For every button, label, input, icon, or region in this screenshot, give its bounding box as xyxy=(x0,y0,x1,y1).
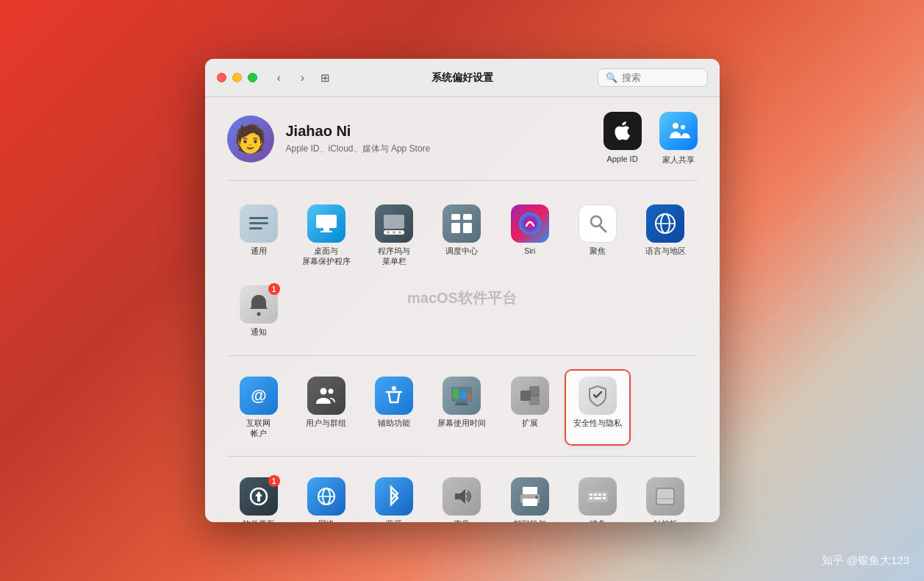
keyboard-icon xyxy=(579,477,617,516)
svg-rect-41 xyxy=(523,487,537,494)
family-sharing-button[interactable]: 家人共享 xyxy=(659,112,698,165)
svg-text:@: @ xyxy=(251,386,266,404)
svg-rect-8 xyxy=(384,215,404,229)
svg-rect-5 xyxy=(316,215,337,228)
language-label: 语言与地区 xyxy=(645,246,686,257)
screentime-icon xyxy=(443,377,481,415)
forward-button[interactable]: › xyxy=(293,68,313,88)
svg-rect-32 xyxy=(460,391,466,399)
trackpad-label: 触控板 xyxy=(653,519,678,522)
spotlight-label: 聚焦 xyxy=(590,246,606,257)
extensions-label: 扩展 xyxy=(522,418,538,429)
user-name: Jiahao Ni xyxy=(286,123,431,140)
pref-internet[interactable]: @ 互联网帐户 xyxy=(227,371,290,444)
general-icon xyxy=(240,204,278,243)
keyboard-label: 键盘 xyxy=(590,519,606,522)
pref-extensions[interactable]: 扩展 xyxy=(498,371,562,444)
bluetooth-label: 蓝牙 xyxy=(386,519,402,522)
pref-trackpad[interactable]: 触控板 xyxy=(634,471,697,522)
pref-accessibility[interactable]: 辅助功能 xyxy=(362,371,426,444)
svg-rect-46 xyxy=(590,493,592,496)
svg-rect-48 xyxy=(598,493,601,496)
svg-rect-31 xyxy=(453,388,459,399)
svg-rect-29 xyxy=(456,402,467,404)
language-icon xyxy=(646,204,684,243)
minimize-button[interactable] xyxy=(232,73,242,82)
svg-rect-52 xyxy=(603,497,606,499)
svg-point-17 xyxy=(519,213,541,235)
svg-point-27 xyxy=(392,386,396,391)
notification-label: 通知 xyxy=(251,327,267,338)
svg-point-23 xyxy=(257,313,260,316)
dock-icon xyxy=(375,204,413,243)
search-icon: 🔍 xyxy=(606,72,617,83)
close-button[interactable] xyxy=(217,73,226,82)
pref-sound[interactable]: 声音 xyxy=(430,471,493,522)
pref-softupdate[interactable]: 1 软件更新 xyxy=(227,471,290,522)
icon-grid-2: @ 互联网帐户 用户与群组 xyxy=(227,371,698,444)
pref-desktop[interactable]: 桌面与屏幕保护程序 xyxy=(295,199,358,272)
maximize-button[interactable] xyxy=(248,73,257,82)
pref-keyboard[interactable]: 键盘 xyxy=(566,471,629,522)
svg-rect-36 xyxy=(529,395,540,405)
nav-buttons: ‹ › xyxy=(269,68,313,88)
security-icon xyxy=(579,377,617,415)
pref-users[interactable]: 用户与群组 xyxy=(295,371,358,444)
user-avatar[interactable]: 🧑 xyxy=(227,115,274,163)
svg-point-1 xyxy=(681,125,685,129)
pref-mission[interactable]: 调度中心 xyxy=(430,199,493,272)
network-label: 网络 xyxy=(318,519,334,522)
family-sharing-label: 家人共享 xyxy=(662,154,695,165)
pref-language[interactable]: 语言与地区 xyxy=(634,199,697,272)
trackpad-icon xyxy=(646,477,684,516)
svg-rect-51 xyxy=(594,497,601,499)
apple-id-button[interactable]: Apple ID xyxy=(604,112,642,165)
pref-siri[interactable]: Siri xyxy=(498,199,562,272)
pref-bluetooth[interactable]: 蓝牙 xyxy=(362,471,426,522)
mission-label: 调度中心 xyxy=(445,246,478,257)
screentime-label: 屏幕使用时间 xyxy=(437,418,486,429)
svg-rect-6 xyxy=(323,228,329,231)
grid-section-2: @ 互联网帐户 用户与群组 xyxy=(227,371,698,457)
svg-rect-49 xyxy=(603,493,606,496)
softupdate-badge: 1 xyxy=(268,475,280,487)
content-area: 🧑 Jiahao Ni Apple ID、iCloud、媒体与 App Stor… xyxy=(205,97,720,522)
pref-security[interactable]: 安全性与隐私 xyxy=(566,371,629,444)
access-icon xyxy=(375,377,413,415)
grid-view-icon[interactable]: ⊞ xyxy=(320,71,330,85)
pref-notification[interactable]: 1 通知 xyxy=(227,279,290,343)
pref-general[interactable]: 通用 xyxy=(227,199,290,272)
titlebar: ‹ › ⊞ 系统偏好设置 🔍 xyxy=(205,59,720,97)
pref-network[interactable]: 网络 xyxy=(295,471,358,522)
bluetooth-icon xyxy=(375,477,413,516)
desktop-label: 桌面与屏幕保护程序 xyxy=(302,246,351,266)
mission-icon xyxy=(443,204,481,243)
search-input[interactable] xyxy=(622,72,700,83)
user-subtitle: Apple ID、iCloud、媒体与 App Store xyxy=(286,143,431,155)
svg-rect-50 xyxy=(590,497,592,499)
internet-label: 互联网帐户 xyxy=(246,418,271,438)
pref-screentime[interactable]: 屏幕使用时间 xyxy=(430,371,493,444)
svg-rect-3 xyxy=(249,222,268,224)
grid-section-1: 通用 桌面与屏幕保护程序 xyxy=(227,199,698,356)
traffic-lights xyxy=(217,73,257,82)
profile-section: 🧑 Jiahao Ni Apple ID、iCloud、媒体与 App Stor… xyxy=(227,112,698,181)
general-label: 通用 xyxy=(251,246,267,257)
svg-rect-35 xyxy=(529,386,540,396)
back-button[interactable]: ‹ xyxy=(269,68,290,88)
apple-id-icon xyxy=(604,112,642,150)
svg-line-19 xyxy=(600,226,606,232)
search-bar[interactable]: 🔍 xyxy=(598,68,708,87)
pref-printers[interactable]: 打印机与扫描仪 xyxy=(498,471,562,522)
printers-icon xyxy=(511,477,549,516)
svg-point-10 xyxy=(387,231,390,234)
svg-rect-15 xyxy=(451,223,460,233)
svg-rect-34 xyxy=(520,391,531,401)
pref-dock[interactable]: 程序坞与菜单栏 xyxy=(362,199,426,272)
spotlight-icon xyxy=(579,204,617,243)
siri-label: Siri xyxy=(524,246,535,257)
svg-point-11 xyxy=(393,231,395,234)
pref-spotlight[interactable]: 聚焦 xyxy=(566,199,629,272)
svg-rect-16 xyxy=(463,223,472,233)
users-label: 用户与群组 xyxy=(306,418,346,429)
